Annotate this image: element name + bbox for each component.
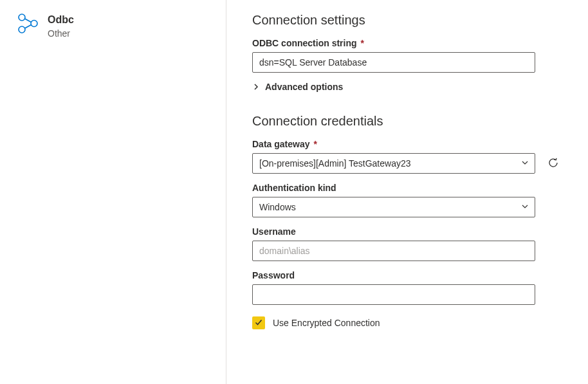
required-mark: * — [313, 139, 317, 149]
required-mark: * — [360, 38, 363, 48]
connection-string-field: ODBC connection string * — [252, 38, 562, 73]
auth-kind-field: Authentication kind Windows — [252, 183, 562, 217]
encrypted-checkbox-label: Use Encrypted Connection — [273, 318, 380, 328]
svg-point-0 — [19, 14, 25, 21]
advanced-options-toggle[interactable]: Advanced options — [252, 82, 562, 92]
gateway-label: Data gateway * — [252, 139, 562, 149]
main-panel: Connection settings ODBC connection stri… — [226, 0, 588, 384]
auth-kind-label: Authentication kind — [252, 183, 562, 193]
connector-sidebar: Odbc Other — [0, 0, 226, 384]
connection-string-label: ODBC connection string * — [252, 38, 562, 48]
connector-subtitle: Other — [48, 27, 74, 40]
chevron-right-icon — [252, 83, 260, 91]
refresh-gateway-button[interactable] — [544, 154, 562, 174]
username-label: Username — [252, 226, 562, 237]
auth-kind-select[interactable]: Windows — [252, 197, 535, 217]
password-field: Password — [252, 270, 562, 305]
refresh-icon — [547, 156, 560, 171]
advanced-options-label: Advanced options — [265, 82, 343, 92]
password-label: Password — [252, 270, 562, 280]
connector-title: Odbc — [48, 13, 74, 27]
username-field: Username — [252, 226, 562, 261]
password-input[interactable] — [252, 284, 535, 305]
encrypted-connection-row: Use Encrypted Connection — [252, 316, 562, 329]
checkmark-icon — [254, 318, 263, 329]
connection-string-input[interactable] — [252, 52, 535, 73]
gateway-select[interactable]: [On-premises][Admin] TestGateway23 — [252, 153, 535, 174]
svg-point-1 — [19, 26, 25, 33]
svg-point-2 — [31, 21, 37, 27]
username-input[interactable] — [252, 241, 535, 261]
encrypted-checkbox[interactable] — [252, 316, 265, 329]
connection-settings-heading: Connection settings — [252, 13, 562, 28]
gateway-field: Data gateway * [On-premises][Admin] Test… — [252, 139, 562, 174]
connection-credentials-heading: Connection credentials — [252, 114, 562, 129]
connector-text: Odbc Other — [48, 13, 74, 40]
odbc-icon — [18, 13, 39, 41]
